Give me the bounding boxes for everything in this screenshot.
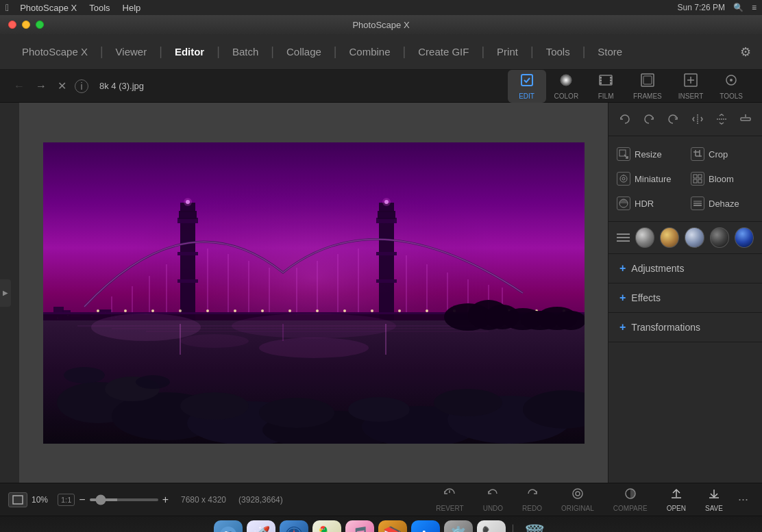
revert-button[interactable]: REVERT — [426, 485, 473, 515]
nav-tab-editor[interactable]: Editor — [164, 40, 215, 63]
back-button[interactable]: ← — [11, 77, 27, 95]
zoom-plus-button[interactable]: + — [162, 494, 169, 506]
accordion-effects-header[interactable]: + Effects — [609, 283, 762, 312]
maximize-button[interactable] — [36, 21, 44, 29]
close-button[interactable] — [8, 21, 16, 29]
dock-phone[interactable]: 📞 — [477, 520, 506, 533]
save-button[interactable]: SAVE — [696, 485, 733, 515]
flip-horizontal-button[interactable] — [687, 108, 708, 130]
zoom-minus-button[interactable]: − — [79, 494, 85, 506]
nav-tab-batch[interactable]: Batch — [221, 40, 269, 63]
dock-launchpad[interactable]: 🚀 — [247, 520, 275, 533]
edit-label: EDIT — [519, 92, 534, 100]
nav-sep-6: | — [403, 45, 406, 59]
dock-system-prefs[interactable]: ⚙️ — [444, 520, 473, 533]
dock-appstore[interactable]: A — [411, 520, 440, 533]
nav-tab-tools[interactable]: Tools — [535, 40, 581, 63]
filter-cool[interactable] — [685, 227, 704, 248]
rotate-ccw-button[interactable] — [614, 108, 635, 130]
right-panel: + Resize Crop — [608, 103, 762, 483]
dock-bar: 🚀 🦜 🎵 📚 A ⚙️ 📞 🗑️ — [0, 516, 762, 532]
redo-label: REDO — [522, 505, 542, 512]
accordion-adjustments-header[interactable]: + Adjustments — [609, 254, 762, 283]
minimize-button[interactable] — [22, 21, 30, 29]
top-toolbar: ← → ✕ i 8k 4 (3).jpg EDIT COLOR FILM — [0, 70, 762, 103]
tab-frames[interactable]: FRAMES — [625, 70, 670, 103]
dock-books[interactable]: 📚 — [378, 520, 407, 533]
nav-tab-gif[interactable]: Create GIF — [407, 40, 480, 63]
settings-gear-icon[interactable]: ⚙ — [740, 45, 751, 60]
close-file-button[interactable]: ✕ — [55, 77, 69, 95]
effects-label: Effects — [631, 292, 661, 303]
crop-button[interactable]: Crop — [688, 144, 757, 164]
save-icon — [707, 487, 721, 503]
dock-mail[interactable]: 🦜 — [312, 520, 341, 533]
tab-edit[interactable]: EDIT — [508, 70, 546, 103]
spotlight-icon[interactable]: 🔍 — [733, 3, 743, 12]
undo-button[interactable]: UNDO — [474, 485, 513, 515]
nav-tab-store[interactable]: Store — [587, 40, 633, 63]
filter-drop[interactable] — [735, 227, 754, 248]
menu-extras-icon[interactable]: ≡ — [752, 3, 757, 12]
menu-tools[interactable]: Tools — [84, 3, 115, 13]
rotate-extra-button[interactable]: + — [663, 108, 684, 130]
nav-tab-combine[interactable]: Combine — [339, 40, 402, 63]
bloom-button[interactable]: Bloom — [688, 169, 757, 188]
crop-icon — [691, 147, 704, 161]
straighten-button[interactable] — [735, 108, 757, 130]
filter-normal[interactable] — [635, 227, 654, 248]
revert-label: REVERT — [436, 505, 463, 512]
svg-point-16 — [730, 79, 733, 81]
window-title: PhotoScape X — [352, 20, 409, 30]
dock-music[interactable]: 🎵 — [345, 520, 374, 533]
resize-button[interactable]: Resize — [614, 144, 683, 164]
nav-bar: PhotoScape X | Viewer | Editor | Batch |… — [0, 34, 762, 70]
compare-button[interactable]: COMPARE — [604, 485, 657, 515]
open-button[interactable]: OPEN — [657, 485, 696, 515]
nav-tab-print[interactable]: Print — [486, 40, 529, 63]
bloom-label: Bloom — [709, 174, 734, 184]
filter-dark[interactable] — [710, 227, 729, 248]
tab-tools[interactable]: TOOLS — [711, 70, 751, 103]
forward-button[interactable]: → — [33, 77, 49, 95]
nav-tab-photoscape[interactable]: PhotoScape X — [11, 40, 99, 63]
zoom-fit-button[interactable] — [8, 492, 27, 507]
original-button[interactable]: ORIGINAL — [552, 485, 604, 515]
hdr-button[interactable]: HDR — [614, 194, 683, 213]
accordion-transformations-header[interactable]: + Transformations — [609, 313, 762, 342]
filter-list-icon[interactable] — [617, 232, 630, 243]
editor-area — [19, 103, 608, 483]
filter-warm[interactable] — [660, 227, 679, 248]
miniature-button[interactable]: Miniature — [614, 169, 683, 188]
dock-trash[interactable]: 🗑️ — [520, 520, 549, 533]
svg-point-152 — [220, 527, 236, 533]
zoom-1to1-button[interactable]: 1:1 — [58, 494, 75, 506]
dock-safari[interactable] — [280, 520, 308, 533]
rotate-cw-button[interactable] — [638, 108, 659, 130]
sidebar-collapse-arrow[interactable]: ▶ — [0, 279, 11, 307]
menu-help[interactable]: Help — [117, 3, 147, 13]
dock-separator — [513, 524, 513, 533]
tab-film[interactable]: FILM — [587, 70, 625, 103]
save-label: SAVE — [705, 505, 723, 512]
dehaze-button[interactable]: Dehaze — [688, 194, 757, 213]
flip-vertical-button[interactable] — [711, 108, 732, 130]
nav-tab-viewer[interactable]: Viewer — [105, 40, 158, 63]
miniature-icon — [617, 172, 630, 186]
tool-tabs: EDIT COLOR FILM FRAMES I — [508, 70, 751, 103]
nav-sep-7: | — [481, 45, 484, 59]
nav-tab-collage[interactable]: Collage — [275, 40, 332, 63]
menu-right-area: Sun 7:26 PM 🔍 ≡ — [678, 3, 757, 12]
menu-photoscape[interactable]: PhotoScape X — [14, 3, 82, 13]
redo-button[interactable]: REDO — [513, 485, 552, 515]
info-button[interactable]: i — [75, 79, 88, 93]
canvas-area[interactable] — [19, 103, 608, 483]
tab-color[interactable]: COLOR — [546, 70, 587, 103]
more-button[interactable]: ··· — [733, 485, 754, 515]
nav-sep-8: | — [530, 45, 534, 59]
dock-finder[interactable] — [214, 520, 243, 533]
undo-label: UNDO — [483, 505, 503, 512]
zoom-slider[interactable] — [90, 498, 158, 501]
tab-insert[interactable]: INSERT — [670, 70, 712, 103]
apple-menu-icon[interactable]:  — [5, 2, 9, 13]
